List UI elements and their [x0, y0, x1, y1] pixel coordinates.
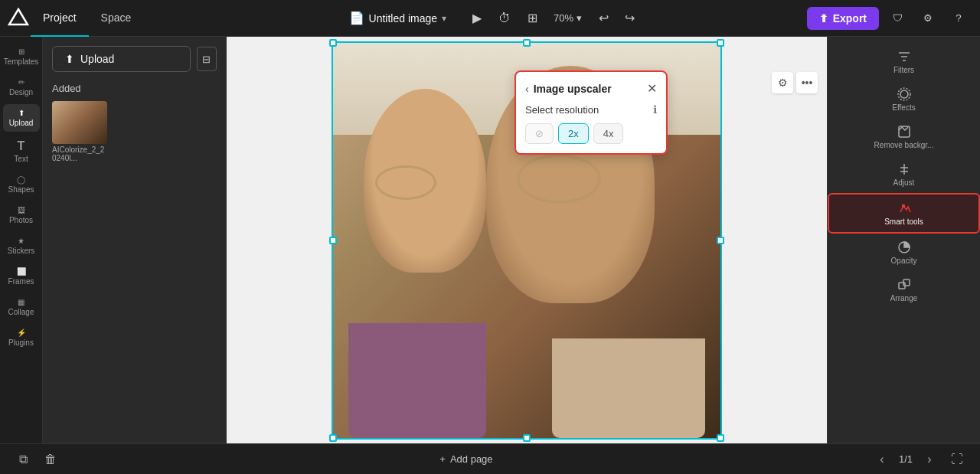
sidebar-item-label: Stickers — [8, 247, 35, 255]
handle-top-right[interactable] — [717, 39, 724, 47]
handle-bottom-middle[interactable] — [523, 434, 531, 442]
undo-button[interactable]: ↩ — [591, 6, 616, 31]
tab-project[interactable]: Project — [31, 0, 89, 37]
export-label: Export — [833, 12, 867, 25]
right-tool-arrange[interactable]: Arrange — [828, 271, 980, 309]
sidebar-item-design[interactable]: ✏ Design — [3, 74, 40, 101]
sidebar-item-text[interactable]: T Text — [3, 135, 40, 168]
svg-point-11 — [900, 90, 908, 98]
topbar-left: Project Space — [0, 0, 184, 37]
grid-button[interactable]: ⊞ — [520, 6, 544, 31]
sidebar-item-label: Shapes — [8, 185, 34, 194]
zoom-level: 70% — [554, 12, 573, 24]
rotate-handle[interactable]: ↻ — [710, 37, 719, 40]
text-icon: T — [18, 139, 25, 153]
image-filename: AIColorize_2_20240l... — [52, 145, 107, 162]
sidebar-item-collage[interactable]: ▦ Collage — [3, 293, 40, 321]
back-icon: ‹ — [525, 83, 529, 95]
play-button[interactable]: ▶ — [465, 6, 489, 31]
right-tool-smart-tools[interactable]: Smart tools — [828, 193, 980, 234]
main: ⊞ Templates ✏ Design ⬆ Upload T Text ◯ S… — [0, 37, 980, 443]
upload-panel: ⬆ Upload ⊟ Added AIColorize_2_20240l... — [43, 37, 227, 443]
add-page-button[interactable]: + Add page — [439, 453, 492, 465]
tab-space[interactable]: Space — [89, 0, 144, 37]
handle-middle-right[interactable] — [717, 237, 724, 244]
handle-bottom-left[interactable] — [329, 434, 337, 442]
opacity-label: Opacity — [891, 257, 917, 265]
upload-btn-label: Upload — [80, 53, 114, 65]
left-sidebar: ⊞ Templates ✏ Design ⬆ Upload T Text ◯ S… — [0, 37, 43, 443]
toolbar-icons: ▶ ⏱ ⊞ 70% ▾ ↩ ↪ — [465, 6, 642, 31]
redo-button[interactable]: ↪ — [617, 6, 642, 31]
shield-button[interactable]: 🛡 — [885, 6, 910, 31]
fullscreen-button[interactable]: ⛶ — [946, 449, 968, 470]
right-tool-opacity[interactable]: Opacity — [828, 234, 980, 271]
sidebar-item-label: Design — [9, 88, 33, 96]
arrange-label: Arrange — [890, 294, 918, 302]
sidebar-item-plugins[interactable]: ⚡ Plugins — [3, 324, 40, 351]
sidebar-item-stickers[interactable]: ★ Stickers — [3, 232, 40, 260]
doc-title-area[interactable]: 📄 Untitled image ▾ — [349, 11, 447, 25]
templates-icon: ⊞ — [18, 47, 24, 56]
photos-icon: 🖼 — [18, 206, 25, 214]
added-label: Added — [52, 83, 81, 94]
zoom-chevron-icon: ▾ — [577, 12, 582, 24]
remove-bg-label: Remove backgr... — [874, 141, 934, 149]
handle-top-middle[interactable] — [523, 39, 531, 47]
handle-middle-left[interactable] — [329, 237, 337, 244]
upload-arrow-icon: ⬆ — [65, 53, 74, 65]
resolution-4x-button[interactable]: 4x — [593, 123, 624, 144]
image-thumbnail[interactable] — [52, 101, 107, 144]
upscaler-title-row: ‹ Image upscaler — [525, 83, 612, 95]
smart-tools-label: Smart tools — [884, 217, 923, 226]
bottombar: ⧉ 🗑 + Add page ‹ 1/1 › ⛶ — [0, 443, 980, 474]
right-tool-effects[interactable]: Effects — [828, 80, 980, 118]
upload-button[interactable]: ⬆ Upload — [52, 46, 191, 72]
sidebar-item-label: Plugins — [8, 338, 34, 347]
sidebar-item-label: Templates — [4, 57, 39, 66]
settings-button[interactable]: ⚙ — [916, 6, 940, 31]
canvas-area[interactable]: Page 1 ••• ⚙ ••• — [227, 37, 827, 443]
handle-bottom-right[interactable] — [717, 434, 724, 442]
view-toggle-button[interactable]: ⊟ — [197, 47, 217, 71]
canvas-settings-button[interactable]: ⚙ — [772, 72, 793, 93]
trash-button[interactable]: 🗑 — [40, 449, 61, 470]
sidebar-item-label: Upload — [9, 119, 34, 127]
upscaler-close-button[interactable]: ✕ — [647, 81, 657, 96]
effects-label: Effects — [892, 103, 915, 112]
right-panel: Filters Effects Remove backgr... Adjust … — [827, 37, 980, 443]
export-button[interactable]: ⬆ Export — [807, 7, 879, 30]
sidebar-item-upload[interactable]: ⬆ Upload — [3, 104, 40, 132]
timer-button[interactable]: ⏱ — [492, 6, 517, 31]
resolution-disabled-button[interactable]: ⊘ — [525, 123, 554, 144]
help-button[interactable]: ? — [946, 6, 971, 31]
canvas-more-button[interactable]: ••• — [796, 72, 818, 93]
upscaler-panel: ‹ Image upscaler ✕ Select resolution ℹ ⊘… — [514, 70, 668, 155]
right-tool-remove-bg[interactable]: Remove backgr... — [828, 118, 980, 155]
image-thumbnail-area[interactable]: AIColorize_2_20240l... — [52, 101, 107, 162]
handle-top-left[interactable] — [329, 39, 337, 47]
design-icon: ✏ — [18, 78, 24, 87]
prev-page-button[interactable]: ‹ — [871, 449, 893, 470]
chevron-down-icon: ▾ — [442, 13, 446, 24]
canvas-top-right: ⚙ ••• — [772, 72, 818, 93]
plugins-icon: ⚡ — [17, 329, 26, 337]
sidebar-item-label: Text — [14, 155, 28, 163]
bottombar-center: + Add page — [439, 453, 492, 465]
filters-label: Filters — [893, 66, 914, 74]
sidebar-item-label: Photos — [9, 216, 33, 224]
resolution-options: ⊘ 2x 4x — [525, 123, 657, 144]
right-tool-filters[interactable]: Filters — [828, 43, 980, 80]
next-page-button[interactable]: › — [919, 449, 940, 470]
copy-canvas-button[interactable]: ⧉ — [12, 449, 34, 470]
right-tool-adjust[interactable]: Adjust — [828, 155, 980, 193]
collage-icon: ▦ — [18, 298, 24, 306]
zoom-button[interactable]: 70% ▾ — [547, 9, 588, 27]
sidebar-item-frames[interactable]: ⬜ Frames — [3, 263, 40, 290]
resolution-2x-button[interactable]: 2x — [558, 123, 589, 144]
sidebar-item-shapes[interactable]: ◯ Shapes — [3, 171, 40, 198]
upscaler-back-button[interactable]: ‹ — [525, 83, 529, 95]
bottombar-left: ⧉ 🗑 — [12, 449, 61, 470]
sidebar-item-templates[interactable]: ⊞ Templates — [3, 43, 40, 70]
sidebar-item-photos[interactable]: 🖼 Photos — [3, 201, 40, 229]
